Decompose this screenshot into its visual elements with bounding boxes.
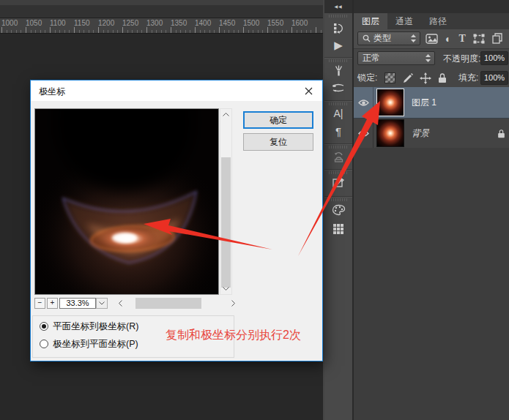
vertical-scroll-thumb[interactable] [221, 157, 231, 288]
ruler-tick-label: 1450 [219, 19, 235, 27]
dock-gripper [329, 59, 348, 62]
ruler-tick-label: 1000 [1, 19, 18, 27]
chevron-down-icon [99, 301, 105, 305]
opacity-label: 不透明度: [443, 53, 480, 65]
eye-icon [358, 99, 369, 107]
dialog-titlebar[interactable]: 极坐标 [31, 80, 322, 101]
layer-row-layer1[interactable]: 图层 1 [354, 87, 509, 119]
tab-channels[interactable]: 通道 [387, 13, 421, 29]
dock-separator [324, 169, 352, 170]
ruler-tick-label: 1200 [98, 19, 114, 27]
opacity-value[interactable]: 100% [480, 51, 508, 65]
fill-label: 填充: [458, 72, 478, 84]
panel-tabbar: 图层 通道 路径 [354, 13, 509, 29]
scroll-left-icon[interactable] [115, 298, 125, 309]
lock-transparency-icon[interactable] [384, 72, 395, 83]
polar-coordinates-dialog: 极坐标 [30, 80, 323, 361]
ruler-tick-label: 1250 [122, 19, 138, 27]
dock-gripper [329, 146, 348, 149]
brush-panel-icon[interactable] [324, 63, 352, 78]
dock-separator [324, 57, 352, 59]
dock-gripper [329, 102, 348, 105]
layer-thumbnail[interactable] [376, 89, 404, 116]
shape-layer-filter-icon[interactable] [473, 34, 485, 44]
character-panel-icon[interactable]: A| [324, 106, 352, 121]
tab-bar-strip [0, 5, 323, 18]
visibility-toggle[interactable] [354, 119, 374, 148]
radio-selected-icon [40, 322, 48, 331]
zoom-out-button[interactable]: − [34, 298, 45, 309]
close-icon [305, 87, 313, 95]
lock-row: 锁定: 填充: 100% [354, 69, 509, 88]
dock-separator [324, 100, 352, 102]
filter-type-label: 类型 [374, 32, 391, 45]
tab-layers[interactable]: 图层 [354, 13, 387, 29]
lock-label: 锁定: [357, 72, 377, 84]
visibility-toggle[interactable] [354, 87, 374, 118]
type-layer-filter-icon[interactable]: T [458, 33, 465, 45]
dock-gripper [329, 171, 348, 174]
ruler-tick-label: 1600 [291, 19, 308, 27]
scroll-down-icon[interactable] [220, 283, 231, 294]
ruler-tick-label: 1100 [50, 19, 66, 27]
ok-button[interactable]: 确定 [243, 111, 313, 129]
dock-separator [324, 143, 352, 145]
radio-rect-to-polar-label: 平面坐标到极坐标(R) [53, 320, 138, 333]
layer-filter-row: 类型 ◐ T [354, 29, 509, 49]
spinner-icon [410, 34, 417, 43]
smart-object-filter-icon[interactable] [492, 33, 502, 44]
radio-polar-to-rect[interactable]: 极坐标到平面坐标(P) [40, 339, 138, 349]
dock-gripper [329, 198, 348, 201]
reset-button[interactable]: 复位 [243, 133, 313, 151]
close-button[interactable] [297, 80, 320, 101]
app-bar-strip [0, 0, 323, 5]
lock-all-icon[interactable] [438, 72, 447, 83]
panel-dock: ◀◀ ▶ A| ¶ [324, 0, 354, 420]
layer-thumbnail[interactable] [376, 119, 404, 147]
dock-gripper [329, 15, 348, 18]
history-panel-icon[interactable] [324, 20, 352, 35]
preview-horizontal-scrollbar[interactable] [115, 298, 238, 309]
ruler-tick-label: 1500 [243, 19, 259, 27]
eye-icon [358, 130, 369, 138]
ruler-tick-label: 1350 [171, 19, 187, 27]
dialog-title: 极坐标 [39, 86, 65, 98]
annotation-text: 复制和极坐标分别执行2次 [166, 328, 301, 343]
zoom-in-button[interactable]: + [47, 298, 58, 309]
filter-preview[interactable] [34, 108, 219, 295]
zoom-dropdown-button[interactable] [96, 298, 108, 309]
spinner-icon [425, 53, 431, 63]
filter-type-dropdown[interactable]: 类型 [357, 31, 420, 45]
paragraph-panel-icon[interactable]: ¶ [324, 124, 352, 138]
collapse-panels-button[interactable]: ◀◀ [324, 0, 352, 13]
measurement-log-panel-icon[interactable] [324, 176, 352, 190]
ruler-tick-label: 1150 [74, 19, 90, 27]
background-lock-icon [497, 129, 505, 138]
layer-name[interactable]: 图层 1 [412, 97, 436, 109]
fill-value[interactable]: 100% [480, 71, 508, 85]
pixel-layer-filter-icon[interactable] [426, 34, 438, 44]
preview-vertical-scrollbar[interactable] [220, 108, 232, 295]
tab-paths[interactable]: 路径 [421, 13, 455, 29]
layers-list-empty-area [354, 148, 509, 420]
brush-presets-panel-icon[interactable] [324, 80, 352, 95]
radio-rect-to-polar[interactable]: 平面坐标到极坐标(R) [40, 321, 138, 331]
adjustment-layer-filter-icon[interactable]: ◐ [445, 33, 451, 45]
radio-unselected-icon [40, 340, 48, 348]
layer-name[interactable]: 背景 [412, 127, 429, 140]
lock-pixels-icon[interactable] [402, 72, 414, 84]
grid-panel-icon[interactable] [324, 222, 352, 236]
scroll-right-icon[interactable] [228, 298, 238, 309]
panel-header-strip [354, 0, 509, 13]
swatches-panel-icon[interactable] [324, 203, 352, 217]
actions-panel-icon[interactable]: ▶ [324, 38, 352, 53]
lock-position-icon[interactable] [420, 72, 431, 84]
layer-row-background[interactable]: 背景 [354, 119, 509, 149]
horizontal-ruler: 1000105011001150120012501300135014001450… [0, 18, 323, 34]
search-icon [363, 34, 371, 42]
blend-mode-dropdown[interactable]: 正常 [357, 51, 435, 65]
horizontal-scroll-thumb[interactable] [135, 298, 201, 309]
scroll-up-icon[interactable] [220, 109, 231, 120]
zoom-value[interactable]: 33.3% [59, 298, 96, 309]
clone-source-panel-icon[interactable] [324, 150, 352, 165]
